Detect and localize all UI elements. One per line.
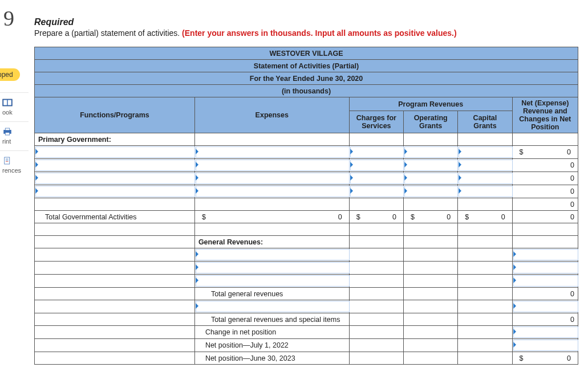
print-icon <box>2 128 13 136</box>
col-charges: Charges for Services <box>349 111 403 133</box>
total-capital: $0 <box>458 211 512 223</box>
net-end-val: $0 <box>512 352 578 365</box>
table-row: $0 <box>35 146 578 159</box>
net-cell: 0 <box>512 185 578 198</box>
table-row <box>35 248 578 262</box>
label-net-end: Net position—June 30, 2023 <box>194 352 349 365</box>
total-net: 0 <box>512 211 578 223</box>
expense-input[interactable] <box>196 173 350 184</box>
func-input[interactable] <box>35 186 195 197</box>
col-net: Net (Expense) Revenue and Changes in Net… <box>512 97 578 133</box>
expense-input[interactable] <box>196 186 350 197</box>
instruction-text: Prepare a (partial) statement of activit… <box>34 28 578 38</box>
operating-input[interactable] <box>404 146 458 158</box>
sidebar-label: ook <box>2 109 13 116</box>
col-operating: Operating Grants <box>404 111 458 133</box>
main-content: Required Prepare a (partial) statement o… <box>34 17 578 365</box>
sidebar: oped ook rint rences <box>0 68 29 179</box>
svg-rect-1 <box>3 100 7 105</box>
row-net-end: Net position—June 30, 2023 $0 <box>35 352 578 365</box>
genrev-label-input[interactable] <box>196 249 350 260</box>
special-item-input[interactable] <box>196 301 350 312</box>
sidebar-label: rint <box>2 138 11 145</box>
table-row: 0 <box>35 159 578 172</box>
expense-input[interactable] <box>196 146 350 158</box>
charges-input[interactable] <box>350 146 404 158</box>
row-total-special: Total general revenues and special items… <box>35 313 578 326</box>
label-net-begin: Net position—July 1, 2022 <box>194 339 349 352</box>
svg-rect-6 <box>5 157 10 164</box>
row-general-revenues: General Revenues: <box>35 236 578 248</box>
net-cell: 0 <box>512 172 578 185</box>
row-total-gen-rev: Total general revenues 0 <box>35 288 578 300</box>
label-change-net: Change in net position <box>194 326 349 339</box>
sidebar-print[interactable]: rint <box>0 121 29 150</box>
table-row: 0 <box>35 172 578 185</box>
table-row: 0 <box>35 185 578 198</box>
label-total-special: Total general revenues and special items <box>194 313 349 326</box>
question-number: 9 <box>3 6 14 31</box>
hdr-title: WESTOVER VILLAGE <box>35 47 578 60</box>
sidebar-ebook[interactable]: ook <box>0 92 29 121</box>
total-special-val: 0 <box>512 313 578 326</box>
capital-input[interactable] <box>459 160 512 171</box>
hdr-units: (in thousands) <box>35 85 578 97</box>
instruction-red: (Enter your answers in thousands. Input … <box>182 28 457 38</box>
func-input[interactable] <box>35 160 195 171</box>
col-program-rev: Program Revenues <box>349 97 512 111</box>
book-icon <box>2 99 13 107</box>
charges-input[interactable] <box>350 160 404 171</box>
genrev-label-input[interactable] <box>196 262 350 273</box>
genrev-amount-input[interactable] <box>513 249 578 260</box>
operating-input[interactable] <box>404 160 458 171</box>
genrev-amount-input[interactable] <box>513 275 578 287</box>
genrev-amount-input[interactable] <box>513 262 578 273</box>
col-capital: Capital Grants <box>458 111 512 133</box>
net-cell: $0 <box>512 146 578 159</box>
instruction-plain: Prepare a (partial) statement of activit… <box>34 28 182 38</box>
skipped-pill[interactable]: oped <box>0 68 20 81</box>
net-begin-input[interactable] <box>513 340 578 351</box>
capital-input[interactable] <box>459 146 512 158</box>
net-cell: 0 <box>512 159 578 172</box>
svg-rect-2 <box>8 100 11 105</box>
total-charges: $0 <box>349 211 403 223</box>
expense-input[interactable] <box>196 160 350 171</box>
capital-input[interactable] <box>459 173 512 184</box>
label-general-rev: General Revenues: <box>194 236 349 248</box>
total-gen-rev-val: 0 <box>512 288 578 300</box>
sidebar-references[interactable]: rences <box>0 150 29 179</box>
hdr-subtitle: Statement of Activities (Partial) <box>35 60 578 72</box>
svg-rect-4 <box>5 128 10 130</box>
capital-input[interactable] <box>459 186 512 197</box>
charges-input[interactable] <box>350 173 404 184</box>
row-primary-gov: Primary Government: <box>35 133 195 146</box>
row-total-gov: Total Governmental Activities $0 $0 $0 $… <box>35 211 578 223</box>
row-change-net: Change in net position <box>35 326 578 339</box>
row-net-begin: Net position—July 1, 2022 <box>35 339 578 352</box>
change-net-input[interactable] <box>513 326 578 338</box>
table-row <box>35 300 578 313</box>
charges-input[interactable] <box>350 186 404 197</box>
label-total-gov: Total Governmental Activities <box>35 211 195 223</box>
col-expenses: Expenses <box>194 97 349 133</box>
sidebar-label: rences <box>2 167 21 174</box>
activities-table: WESTOVER VILLAGE Statement of Activities… <box>34 47 578 365</box>
hdr-period: For the Year Ended June 30, 2020 <box>35 72 578 85</box>
total-expense: $0 <box>194 211 349 223</box>
col-functions: Functions/Programs <box>35 97 195 133</box>
total-operating: $0 <box>404 211 458 223</box>
special-item-amount[interactable] <box>513 301 578 312</box>
table-row <box>35 262 578 275</box>
document-icon <box>2 157 13 165</box>
func-input[interactable] <box>35 173 195 184</box>
required-heading: Required <box>34 17 578 27</box>
label-total-gen-rev: Total general revenues <box>194 288 349 300</box>
table-row <box>35 275 578 288</box>
net-cell: 0 <box>512 198 578 211</box>
operating-input[interactable] <box>404 173 458 184</box>
func-input[interactable] <box>35 146 195 158</box>
table-row: 0 <box>35 198 578 211</box>
operating-input[interactable] <box>404 186 458 197</box>
genrev-label-input[interactable] <box>196 275 350 287</box>
